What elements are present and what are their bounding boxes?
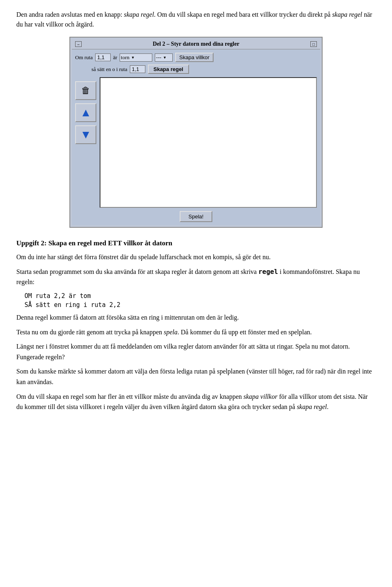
ruta-input[interactable] (95, 53, 111, 61)
om-ruta-label: Om ruta (75, 54, 93, 61)
section-p3: Denna regel kommer få datorn att försöka… (16, 312, 376, 323)
code-line2: SÅ sätt en ring i ruta 2,2 (24, 300, 376, 310)
rules-canvas (100, 77, 317, 208)
section-p4-pre: Testa nu om du gjorde rätt genom att try… (16, 329, 164, 336)
window-title: Del 2 – Styr datorn med dina regler (82, 41, 310, 47)
section-p4: Testa nu om du gjorde rätt genom att try… (16, 327, 376, 338)
dashes-dropdown-arrow: ▼ (163, 56, 167, 60)
sa-satt-label: så sätt en o i ruta (91, 66, 127, 73)
ar-label: är (113, 54, 117, 61)
down-arrow-icon: ▼ (80, 128, 91, 141)
side-buttons: 🗑 ▲ ▼ (75, 77, 96, 208)
section-p5: Längst ner i fönstret kommer du att få m… (16, 341, 376, 362)
skapa-regel-button[interactable]: Skapa regel (148, 64, 189, 74)
window-titlebar: – Del 2 – Styr datorn med dina regler □ (72, 39, 320, 49)
section-p6: Som du kanske märkte så kommer datorn at… (16, 366, 376, 387)
intro-italic-2: skapa regel (332, 11, 362, 18)
section-p4-post: . Då kommer du få upp ett fönster med en… (178, 329, 312, 336)
up-button[interactable]: ▲ (75, 103, 96, 122)
section-p2-pre: Starta sedan programmet som du ska använ… (16, 268, 258, 275)
intro-text-2: . Om du vill skapa en regel med bara ett… (154, 11, 332, 18)
main-area: 🗑 ▲ ▼ (75, 77, 317, 208)
section-p2: Starta sedan programmet som du ska använ… (16, 267, 376, 287)
up-arrow-icon: ▲ (80, 106, 91, 119)
spela-button[interactable]: Spela! (180, 211, 213, 222)
skapa-villkor-button[interactable]: Skapa villkor (175, 53, 214, 62)
action-ruta-input[interactable] (130, 65, 145, 73)
bottom-row: Spela! (75, 211, 317, 222)
section-p7-italic1: skapa villkor (243, 393, 277, 400)
section-p7-post2: . (327, 403, 329, 410)
dashes-value: --- (156, 54, 161, 61)
down-button[interactable]: ▼ (75, 125, 96, 144)
action-row: så sätt en o i ruta Skapa regel (75, 64, 317, 74)
section-uppgift2: Uppgift 2: Skapa en regel med ETT villko… (16, 238, 376, 412)
torn-value: torn (121, 54, 129, 61)
intro-paragraph: Den andra raden avslutas med en knapp: s… (16, 10, 376, 29)
intro-text-1: Den andra raden avslutas med en knapp: (16, 11, 124, 18)
section-p2-code: regel (258, 268, 278, 276)
code-line1: OM ruta 2,2 är tom (24, 291, 376, 301)
torn-dropdown[interactable]: torn ▼ (120, 53, 152, 62)
dashes-dropdown[interactable]: --- ▼ (155, 53, 173, 62)
code-block: OM ruta 2,2 är tom SÅ sätt en ring i rut… (24, 291, 376, 310)
intro-italic-1: skapa regel (124, 11, 154, 18)
trash-icon: 🗑 (81, 85, 90, 96)
trash-button[interactable]: 🗑 (75, 81, 96, 100)
section-p1: Om du inte har stängt det förra fönstret… (16, 252, 376, 262)
torn-dropdown-arrow: ▼ (131, 56, 135, 60)
window-content: Om ruta är torn ▼ --- ▼ Skapa villkor så… (72, 49, 320, 225)
maximize-button[interactable]: □ (310, 41, 317, 47)
section-p7: Om du vill skapa en regel som har fler ä… (16, 391, 376, 412)
section-p7-italic2: skapa regel (297, 403, 327, 410)
minimize-button[interactable]: – (75, 41, 82, 47)
section-p7-pre: Om du vill skapa en regel som har fler ä… (16, 393, 243, 400)
app-window: – Del 2 – Styr datorn med dina regler □ … (69, 37, 323, 228)
condition-row: Om ruta är torn ▼ --- ▼ Skapa villkor (75, 53, 317, 62)
section-p4-italic: spela (164, 329, 178, 336)
section-heading: Uppgift 2: Skapa en regel med ETT villko… (16, 238, 376, 249)
